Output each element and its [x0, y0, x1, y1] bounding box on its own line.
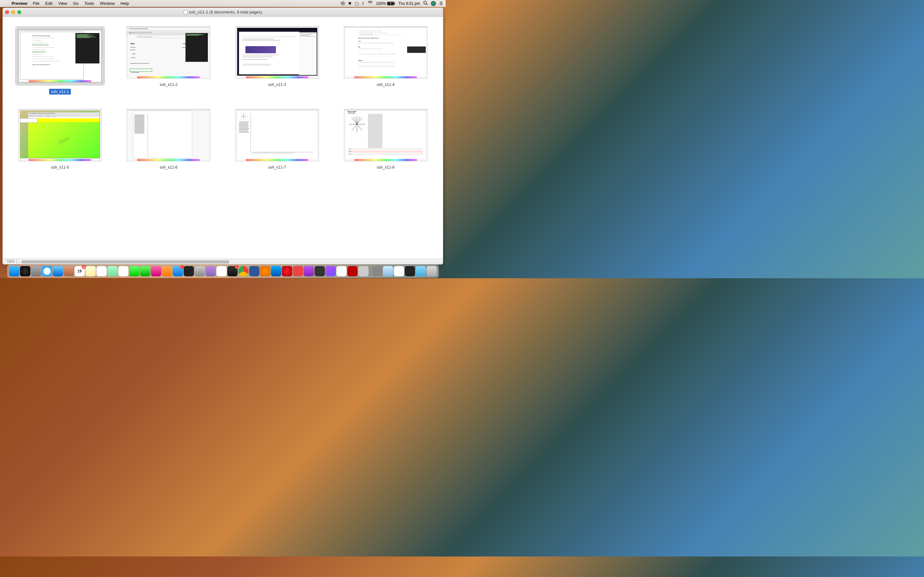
thumbnail-grid: Step 1. Check that your Instance allows … [3, 17, 443, 259]
dock-preview-icon[interactable] [383, 266, 393, 276]
battery-indicator[interactable]: 100% [376, 1, 395, 6]
clock[interactable]: Thu 6:01 pm [399, 1, 420, 6]
dock-app-generic-7[interactable] [314, 266, 325, 276]
t1-step1-heading: Step 1. Check that your Instance allows [32, 35, 50, 37]
dock: 1919 1 1 [7, 265, 439, 277]
bluetooth-icon[interactable]: ᛒ [362, 1, 365, 6]
svg-line-16 [357, 124, 362, 131]
thumbnail-item-7[interactable]: ssh_x11-7 [226, 109, 328, 170]
dock-app-generic-9[interactable] [358, 266, 368, 276]
thumbnail-item-5[interactable]: Safari File Edit View History Bookmarks … [9, 109, 111, 170]
thumbnail-item-4[interactable]: If you did not have to change the file, … [334, 26, 437, 95]
thumbnail-label-2[interactable]: ssh_x11-2 [158, 82, 179, 87]
wifi-icon[interactable] [368, 1, 373, 6]
dock-app-generic-5[interactable] [292, 266, 303, 276]
svg-line-22 [354, 117, 357, 124]
dock-mail-icon[interactable] [53, 266, 63, 276]
dock-firefox-icon[interactable] [260, 266, 270, 276]
dock-safari-icon[interactable] [42, 266, 52, 276]
horizontal-scrollbar[interactable] [21, 260, 438, 263]
thumbnail-label-1[interactable]: ssh_x11-1 [49, 89, 71, 95]
dock-stocks-icon[interactable] [184, 266, 194, 276]
dock-app-generic-4[interactable] [271, 266, 281, 276]
thumbnail-label-3[interactable]: ssh_x11-3 [266, 82, 288, 87]
menu-view[interactable]: View [55, 1, 70, 6]
siri-icon[interactable] [431, 1, 436, 6]
menu-edit[interactable]: Edit [42, 1, 55, 6]
dock-facetime-icon[interactable] [140, 266, 150, 276]
dock-settings-icon[interactable] [194, 266, 205, 276]
window-titlebar[interactable]: ssh_x11-1 (8 documents, 8 total pages) [3, 8, 443, 17]
thumbnail-image-2[interactable]: Terminal Shell Edit View Window Help Not… [127, 26, 210, 79]
dock-app-generic-8[interactable] [336, 266, 347, 276]
document-icon [184, 10, 187, 15]
menu-file[interactable]: File [30, 1, 42, 6]
dock-calendar-icon[interactable]: 1919 [74, 266, 85, 276]
dock-xquartz-icon[interactable] [394, 266, 404, 276]
dock-notes-icon[interactable] [86, 266, 95, 276]
thumbnail-label-5[interactable]: ssh_x11-5 [49, 164, 71, 170]
dock-app-generic-2[interactable] [216, 266, 226, 276]
dock-app-generic-6[interactable] [304, 266, 314, 276]
dock-trash-icon[interactable] [426, 266, 437, 276]
airplay-icon[interactable]: ▢ [355, 1, 359, 6]
dock-opera-icon[interactable] [282, 266, 292, 276]
menu-window[interactable]: Window [97, 1, 118, 6]
menubar-app-icon-1[interactable]: Ⓜ [341, 1, 345, 6]
window-close-button[interactable] [5, 10, 9, 14]
window-title: ssh_x11-1 (8 documents, 8 total pages) [184, 10, 262, 15]
dock-maps-icon[interactable] [107, 266, 118, 276]
thumbnail-label-4[interactable]: ssh_x11-4 [375, 82, 396, 87]
menu-help[interactable]: Help [118, 1, 132, 6]
thumbnail-image-1[interactable]: Step 1. Check that your Instance allows … [15, 26, 105, 85]
dock-terminal-icon[interactable] [405, 266, 415, 276]
spotlight-icon[interactable] [423, 1, 428, 6]
svg-line-14 [357, 118, 362, 124]
dock-reminders-icon[interactable] [96, 266, 107, 276]
menu-go[interactable]: Go [70, 1, 81, 6]
window-maximize-button[interactable] [17, 10, 21, 14]
dock-phpstorm-icon[interactable] [325, 266, 336, 276]
dock-ibooks-icon[interactable] [162, 266, 172, 276]
thumbnail-item-2[interactable]: Terminal Shell Edit View Window Help Not… [118, 26, 220, 95]
dock-app-generic-3[interactable]: 1 [227, 266, 237, 276]
dock-finder-icon[interactable] [9, 266, 19, 276]
thumbnail-image-7[interactable] [236, 109, 319, 161]
thumbnail-label-7[interactable]: ssh_x11-7 [266, 164, 288, 170]
app-menu[interactable]: Preview [9, 1, 30, 6]
zoom-selector[interactable]: 100% ▴▾ [5, 259, 19, 264]
svg-line-6 [244, 113, 246, 116]
dock-word-icon[interactable] [249, 266, 259, 276]
thumbnail-image-8[interactable]: XQuartz Applic CEST 04:33:5 aaa_n aaa_n … [344, 109, 427, 161]
dock-chrome-icon[interactable] [238, 266, 248, 276]
thumbnail-image-6[interactable] [127, 109, 210, 161]
dock-app-generic-1[interactable] [205, 266, 216, 276]
svg-line-10 [241, 116, 243, 119]
dock-photos-icon[interactable] [118, 266, 128, 276]
notification-center-icon[interactable]: ☰ [439, 1, 443, 6]
dock-launchpad-icon[interactable] [31, 266, 41, 276]
thumbnail-image-4[interactable]: If you did not have to change the file, … [344, 26, 427, 79]
thumbnail-item-6[interactable]: ssh_x11-6 [118, 109, 220, 170]
thumbnail-image-3[interactable] [236, 26, 319, 79]
svg-line-8 [244, 116, 246, 119]
dock-itunes-icon[interactable] [151, 266, 161, 276]
thumbnail-item-8[interactable]: XQuartz Applic CEST 04:33:5 aaa_n aaa_n … [334, 109, 437, 170]
thumbnail-image-5[interactable]: Safari File Edit View History Bookmarks … [18, 109, 102, 161]
thumbnail-item-1[interactable]: Step 1. Check that your Instance allows … [9, 26, 111, 95]
window-minimize-button[interactable] [11, 10, 15, 14]
zoom-value: 100% [7, 260, 15, 263]
dock-filezilla-icon[interactable] [347, 266, 357, 276]
dock-downloads-icon[interactable] [415, 266, 426, 276]
dock-messages-icon[interactable] [129, 266, 139, 276]
dock-siri-icon[interactable] [20, 266, 30, 276]
menubar-app-icon-2[interactable]: ✖ [348, 1, 352, 6]
dock-separator [370, 267, 370, 276]
thumbnail-label-8[interactable]: ssh_x11-8 [375, 164, 396, 170]
dock-contacts-icon[interactable] [63, 266, 74, 276]
menu-tools[interactable]: Tools [81, 1, 97, 6]
dock-appstore-icon[interactable]: 1 [173, 266, 183, 276]
thumbnail-item-3[interactable]: ssh_x11-3 [226, 26, 328, 95]
dock-app-generic-10[interactable] [372, 266, 382, 276]
thumbnail-label-6[interactable]: ssh_x11-6 [158, 164, 179, 170]
